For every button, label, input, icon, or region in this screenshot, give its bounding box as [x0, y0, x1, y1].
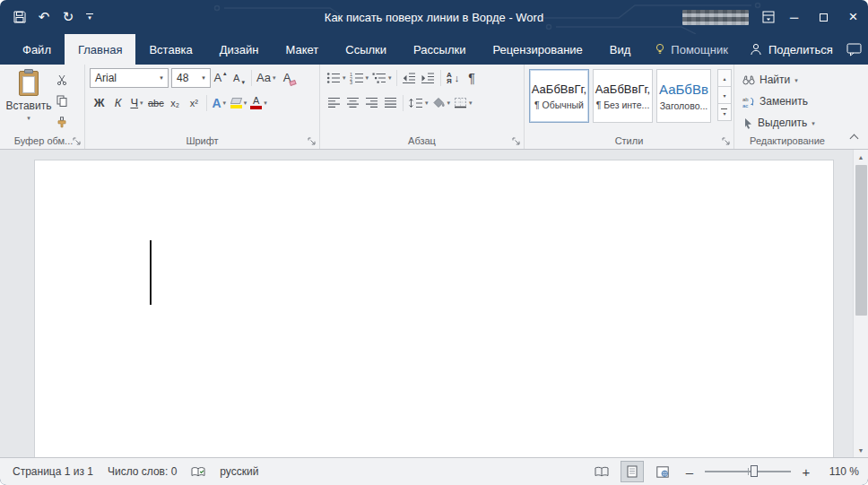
maximize-button[interactable]: [809, 0, 838, 34]
group-paragraph: ▾ 123 ▾ ▾: [320, 65, 525, 149]
styles-scroll-up-button[interactable]: ▴: [717, 69, 732, 87]
tab-review[interactable]: Рецензирование: [479, 34, 595, 65]
share-button[interactable]: Поделиться: [739, 34, 844, 65]
font-dialog-launcher[interactable]: [307, 135, 317, 145]
zoom-slider-center-tick: [748, 468, 749, 475]
justify-button[interactable]: [381, 93, 400, 113]
style-preview: АаБбВвГг,: [532, 82, 586, 96]
proofing-status-button[interactable]: [184, 458, 213, 485]
tab-mailings[interactable]: Рассылки: [400, 34, 479, 65]
underline-letter: Ч: [130, 96, 138, 109]
paste-button[interactable]: Вставить ▾: [7, 67, 50, 132]
ribbon-display-options-button[interactable]: [758, 5, 779, 29]
clear-formatting-button[interactable]: А: [278, 68, 297, 88]
clipboard-dialog-launcher[interactable]: [72, 135, 82, 145]
borders-button[interactable]: ▾: [452, 93, 474, 113]
font-family-combo[interactable]: Arial ▾: [90, 68, 169, 88]
tab-view[interactable]: Вид: [596, 34, 645, 65]
scissors-icon: [56, 74, 67, 85]
decrease-indent-button[interactable]: [400, 68, 419, 88]
zoom-in-button[interactable]: +: [798, 464, 814, 480]
multilevel-list-button[interactable]: ▾: [370, 68, 394, 88]
undo-button[interactable]: ↶: [33, 5, 55, 29]
scroll-down-button[interactable]: ▼: [854, 443, 868, 457]
change-case-button[interactable]: Аа▾: [255, 68, 278, 88]
paragraph-dialog-launcher[interactable]: [511, 135, 521, 145]
style-normal[interactable]: АаБбВвГг, ¶ Обычный: [529, 69, 589, 123]
web-layout-view-button[interactable]: [651, 461, 674, 482]
tab-layout[interactable]: Макет: [272, 34, 332, 65]
style-name: ¶ Обычный: [534, 100, 584, 110]
save-button[interactable]: [9, 5, 30, 29]
close-button[interactable]: ×: [838, 0, 868, 34]
format-painter-button[interactable]: [52, 113, 72, 132]
shading-button[interactable]: ▾: [430, 93, 453, 113]
document-page[interactable]: [34, 160, 834, 457]
svg-text:ab: ab: [742, 96, 749, 101]
font-color-button[interactable]: А ▾: [248, 93, 269, 113]
copy-button[interactable]: [52, 91, 72, 110]
tab-insert[interactable]: Вставка: [135, 34, 205, 65]
styles-scroll-down-button[interactable]: ▾: [717, 86, 732, 104]
redo-button[interactable]: ↻: [57, 5, 79, 29]
align-center-button[interactable]: [343, 93, 362, 113]
zoom-out-button[interactable]: –: [681, 464, 698, 480]
comments-button[interactable]: [844, 34, 864, 65]
zoom-level[interactable]: 110 %: [821, 465, 859, 478]
line-spacing-button[interactable]: ▾: [406, 93, 430, 113]
zoom-slider[interactable]: [705, 471, 791, 472]
font-size-combo[interactable]: 48 ▾: [171, 68, 211, 88]
increase-indent-button[interactable]: [419, 68, 438, 88]
text-effects-letter: А: [212, 96, 221, 110]
sort-button[interactable]: АЯ ↓: [444, 68, 463, 88]
grow-font-button[interactable]: А▴: [211, 68, 230, 88]
zoom-slider-handle[interactable]: [751, 465, 758, 477]
qat-customize-button[interactable]: ▾: [82, 5, 98, 29]
show-formatting-marks-button[interactable]: ¶: [463, 68, 482, 88]
subscript-button[interactable]: x₂: [166, 93, 185, 113]
highlight-color-button[interactable]: ▾: [229, 93, 249, 113]
text-effects-button[interactable]: А▾: [210, 93, 229, 113]
align-right-button[interactable]: [362, 93, 381, 113]
account-name-redacted[interactable]: [682, 10, 749, 25]
italic-button[interactable]: К: [108, 93, 127, 113]
bold-button[interactable]: Ж: [90, 93, 108, 113]
cut-button[interactable]: [52, 70, 72, 89]
scroll-up-button[interactable]: ▲: [854, 150, 868, 164]
down-arrow-icon: ▼: [858, 447, 864, 454]
select-button[interactable]: Выделить ▾: [742, 114, 834, 132]
find-button[interactable]: Найти ▾: [742, 71, 834, 89]
collapse-ribbon-button[interactable]: [847, 133, 860, 143]
minimize-button[interactable]: ─: [779, 0, 809, 34]
word-count-status[interactable]: Число слов: 0: [100, 458, 184, 485]
replace-button[interactable]: abac Заменить: [742, 92, 834, 110]
styles-more-button[interactable]: ▾: [717, 103, 732, 121]
tab-references[interactable]: Ссылки: [332, 34, 400, 65]
chevron-down-icon: ▾: [244, 100, 247, 106]
paint-bucket-icon: [432, 97, 446, 109]
style-heading-1[interactable]: АаБбВв Заголово...: [656, 69, 711, 123]
read-mode-view-button[interactable]: [590, 461, 613, 482]
scrollbar-thumb[interactable]: [855, 165, 867, 316]
superscript-button[interactable]: x²: [185, 93, 204, 113]
chevron-down-icon: ▾: [27, 115, 30, 121]
style-no-spacing[interactable]: АаБбВвГг, ¶ Без инте...: [593, 69, 653, 123]
replace-icon: abac: [742, 96, 755, 108]
language-status[interactable]: русский: [213, 458, 265, 485]
svg-text:ac: ac: [742, 102, 748, 108]
numbering-button[interactable]: 123 ▾: [348, 68, 371, 88]
tab-assistant[interactable]: Помощник: [644, 34, 739, 65]
print-layout-view-button[interactable]: [621, 461, 644, 482]
print-layout-icon: [627, 465, 638, 478]
styles-dialog-launcher[interactable]: [721, 135, 731, 145]
page-number-status[interactable]: Страница 1 из 1: [5, 458, 100, 485]
tab-file[interactable]: Файл: [9, 34, 65, 65]
tab-design[interactable]: Дизайн: [206, 34, 273, 65]
underline-button[interactable]: Ч▾: [127, 93, 146, 113]
tab-home[interactable]: Главная: [65, 34, 135, 65]
shrink-font-button[interactable]: А▾: [230, 68, 248, 88]
vertical-scrollbar[interactable]: ▲ ▼: [853, 150, 868, 457]
align-left-button[interactable]: [325, 93, 343, 113]
strikethrough-button[interactable]: abc: [146, 93, 166, 113]
bullets-button[interactable]: ▾: [325, 68, 348, 88]
